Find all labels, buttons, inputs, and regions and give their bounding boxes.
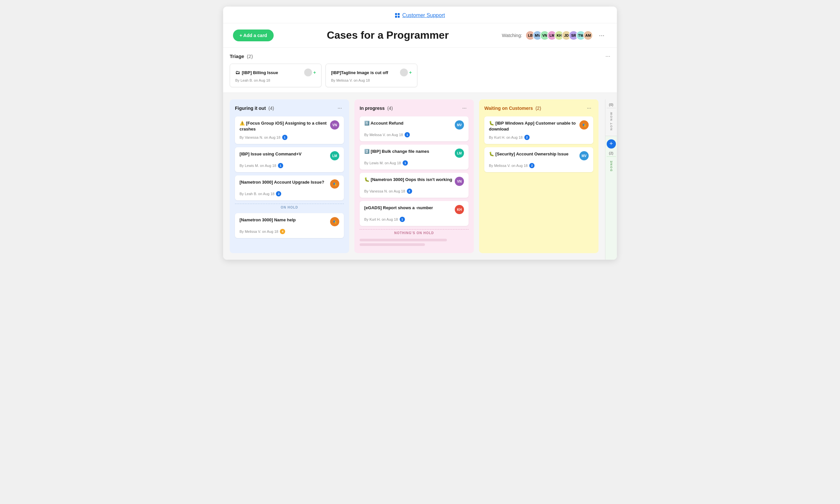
card-title: 🐛 [Nametron 3000] Oops this isn't workin…	[364, 177, 455, 183]
done-count: (2)	[609, 151, 613, 155]
board-card[interactable]: 🐛 [IBP Windows App] Customer unable to d…	[484, 116, 593, 144]
triage-menu-button[interactable]: ···	[606, 53, 610, 60]
board-card[interactable]: [Nametron 3000] Account Upgrade Issue? 🎭…	[235, 176, 344, 200]
card-avatar: LM	[455, 148, 464, 158]
triage-header: Triage (2) ···	[230, 53, 610, 60]
triage-card-title: 🗂 [IBP] Billing Issue	[235, 70, 278, 75]
bug-icon: 🐛	[489, 121, 495, 126]
card-meta: By Melissa V. on Aug 18 2	[489, 163, 589, 168]
comment-badge: 2	[524, 135, 530, 140]
card-avatar: MV	[455, 120, 464, 129]
avatar: AM	[583, 31, 593, 40]
triage-section: Triage (2) ··· 🗂 [IBP] Billing Issue +	[223, 48, 617, 93]
card-avatar: 🎭	[330, 217, 339, 226]
triage-card[interactable]: [IBP]Tagline Image is cut off + By Melis…	[326, 64, 417, 87]
card-meta: By Kurt H. on Aug 18 1	[364, 217, 464, 222]
board-title: Cases for a Programmer	[274, 29, 502, 41]
comment-badge: 4	[280, 229, 285, 234]
col-header: In progress (4) ···	[360, 105, 469, 112]
card-avatar: MV	[579, 151, 589, 160]
placeholder-bars	[360, 239, 469, 246]
card-icon: 🗂	[235, 70, 240, 75]
card-meta: By Melissa V. on Aug 18	[331, 78, 412, 82]
nothing-hold-label: NOTHING'S ON HOLD	[391, 231, 436, 235]
done-add-button[interactable]: +	[607, 139, 616, 148]
card-title: [eGADS] Report shows a -number	[364, 205, 455, 211]
board-header: + Add a card Cases for a Programmer Watc…	[223, 23, 617, 48]
card-title: 🐛 [Security] Account Ownership Issue	[489, 151, 579, 157]
on-hold-divider: ON HOLD	[235, 204, 344, 210]
col-title: Waiting on Customers (2)	[484, 106, 541, 111]
card-avatar: VN	[330, 120, 339, 129]
card-meta: By Vanessa N. on Aug 18 2	[364, 188, 464, 194]
column-menu-button[interactable]: ···	[336, 105, 344, 112]
watching-label: Watching:	[502, 33, 522, 38]
board-card[interactable]: 🐛 [Security] Account Ownership Issue MV …	[484, 147, 593, 172]
on-hold-label: ON HOLD	[278, 205, 301, 209]
card-meta: By Leah B. on Aug 18	[235, 78, 316, 82]
card-title: [Nametron 3000] Name help	[240, 217, 330, 223]
card-meta: By Lewis M. on Aug 18 1	[240, 163, 339, 168]
card-meta: By Melissa V. on Aug 18 1	[364, 132, 464, 138]
bug-icon: 🐛	[364, 177, 371, 182]
done-label: DONE	[610, 160, 613, 171]
right-sidebar: (0) NOT NOW + (2) DONE	[605, 100, 617, 260]
add-member-button[interactable]: +	[409, 70, 412, 75]
triage-card-title: [IBP]Tagline Image is cut off	[331, 70, 388, 75]
comment-badge: 1	[278, 163, 283, 168]
card-meta: By Lewis M. on Aug 18 1	[364, 160, 464, 166]
card-avatar: 🎭	[330, 179, 339, 188]
card-meta: By Melissa V. on Aug 18 4	[240, 229, 339, 234]
comment-badge: 1	[403, 160, 408, 166]
card-title: [Nametron 3000] Account Upgrade Issue?	[240, 179, 330, 185]
card-icon: 2️⃣	[364, 149, 371, 154]
card-avatar: KH	[455, 205, 464, 214]
col-title: Figuring it out (4)	[235, 106, 274, 111]
card-meta: By Kurt H. on Aug 18 2	[489, 135, 589, 140]
card-title: 2️⃣ [IBP] Bulk change file names	[364, 148, 455, 155]
board-card[interactable]: [IBP] Issue using Command+V LM By Lewis …	[235, 147, 344, 172]
board-card[interactable]: [eGADS] Report shows a -number KH By Kur…	[360, 201, 469, 226]
card-title: ⚠️ [Focus Group iOS] Assigning to a clie…	[240, 120, 330, 132]
column-menu-button[interactable]: ···	[585, 105, 593, 112]
card-meta: By Leah B. on Aug 18 2	[240, 191, 339, 196]
bug-icon: 🐛	[489, 151, 495, 157]
placeholder-bar	[360, 239, 447, 241]
card-avatar-area: +	[304, 69, 316, 76]
comment-badge: 1	[282, 135, 287, 140]
card-title: 🐛 [IBP Windows App] Customer unable to d…	[489, 120, 579, 132]
card-title: [IBP] Issue using Command+V	[240, 151, 330, 157]
nav-link[interactable]: Customer Support	[395, 13, 445, 18]
columns-wrapper: Figuring it out (4) ··· ⚠️ [Focus Group …	[223, 93, 617, 260]
card-icon: 1️⃣	[364, 121, 370, 126]
done-section: + (2) DONE	[606, 136, 617, 260]
not-now-section: (0) NOT NOW	[606, 100, 617, 136]
comment-badge: 1	[400, 217, 405, 222]
board-card[interactable]: ⚠️ [Focus Group iOS] Assigning to a clie…	[235, 116, 344, 144]
card-avatar-area: +	[400, 69, 412, 76]
comment-badge: 2	[276, 191, 281, 196]
triage-card[interactable]: 🗂 [IBP] Billing Issue + By Leah B. on Au…	[230, 64, 321, 87]
top-nav: Customer Support	[223, 6, 617, 23]
board-card[interactable]: 1️⃣ Account Refund MV By Melissa V. on A…	[360, 116, 469, 141]
board-card[interactable]: [Nametron 3000] Name help 🎭 By Melissa V…	[235, 213, 344, 238]
add-card-button[interactable]: + Add a card	[233, 30, 274, 41]
card-avatar: VN	[455, 177, 464, 186]
columns-inner: Figuring it out (4) ··· ⚠️ [Focus Group …	[223, 100, 605, 260]
not-now-label: NOT NOW	[610, 111, 613, 130]
more-options-button[interactable]: ···	[596, 30, 607, 40]
column-inprogress: In progress (4) ··· 1️⃣ Account Refund M…	[354, 100, 474, 253]
board-card[interactable]: 2️⃣ [IBP] Bulk change file names LM By L…	[360, 145, 469, 169]
triage-title: Triage (2)	[230, 53, 253, 59]
avatar-group: LB MV VN LM KH JD SR TW AM	[525, 31, 593, 40]
nothing-hold-divider: NOTHING'S ON HOLD	[360, 229, 469, 235]
board-card[interactable]: 🐛 [Nametron 3000] Oops this isn't workin…	[360, 173, 469, 198]
col-header: Figuring it out (4) ···	[235, 105, 344, 112]
col-title: In progress (4)	[360, 106, 393, 111]
triage-cards: 🗂 [IBP] Billing Issue + By Leah B. on Au…	[230, 64, 610, 87]
card-icon: ⚠️	[240, 121, 246, 126]
add-member-button[interactable]: +	[313, 70, 316, 75]
comment-badge: 2	[529, 163, 535, 168]
column-menu-button[interactable]: ···	[460, 105, 469, 112]
card-avatar: LM	[330, 151, 339, 160]
